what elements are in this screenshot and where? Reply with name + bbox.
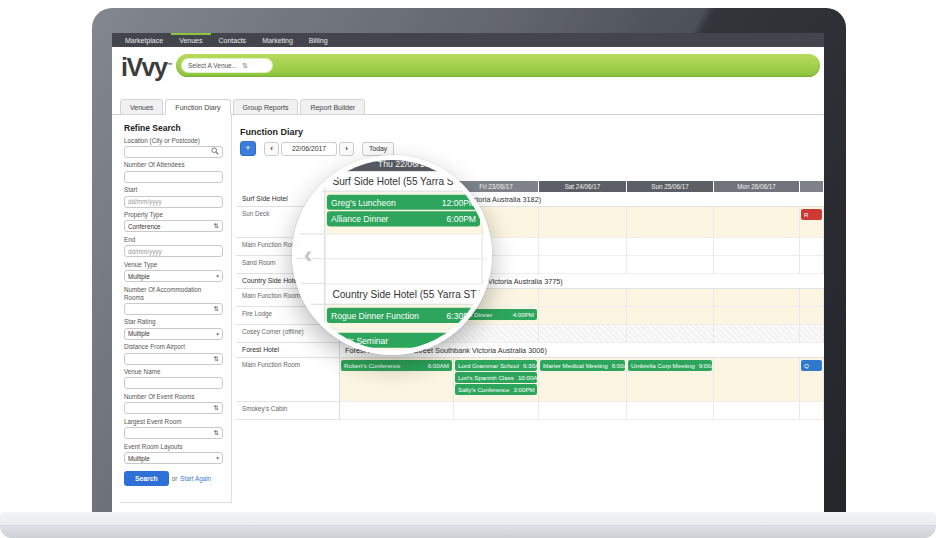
date-field[interactable]: 22/06/2017 — [281, 142, 337, 156]
day-header-3[interactable]: Sun 25/06/17 — [627, 181, 714, 192]
day-cell[interactable] — [714, 289, 800, 307]
day-cell[interactable] — [539, 207, 627, 238]
day-cell[interactable] — [800, 307, 824, 325]
text-input[interactable] — [124, 377, 223, 389]
day-cell[interactable] — [800, 325, 824, 343]
day-cell[interactable] — [539, 238, 627, 256]
day-cell[interactable] — [627, 402, 714, 420]
laptop-mockup: MarketplaceVenuesContactsMarketingBillin… — [0, 0, 936, 538]
field-label: Number Of Event Rooms — [124, 393, 223, 401]
event-pill[interactable]: Q — [801, 360, 822, 371]
day-cell[interactable] — [714, 402, 800, 420]
event-pill[interactable]: Alliance Dinner6:00PM — [327, 211, 480, 226]
day-cell[interactable] — [800, 238, 824, 256]
day-cell[interactable] — [627, 307, 714, 325]
day-cell[interactable]: Umbrella Corp Meeting9:00AM — [627, 358, 714, 402]
day-cell[interactable] — [326, 235, 483, 260]
day-cell[interactable]: Greg's Luncheon12:00PMAlliance Dinner6:0… — [326, 192, 483, 235]
day-cell[interactable]: Marter Medical Meeting6:00AM — [539, 358, 627, 402]
day-cell[interactable]: Lord Grammar School6:30AMLori's Spanish … — [454, 358, 539, 402]
day-cell[interactable] — [627, 289, 714, 307]
event-time: 4:00PM — [513, 311, 534, 318]
laptop-base — [0, 512, 936, 526]
day-cell[interactable] — [800, 402, 824, 420]
tab-function-diary[interactable]: Function Diary — [165, 99, 230, 115]
day-cell[interactable]: Robert's Conference6:00AM — [340, 358, 454, 402]
nav-item-contacts[interactable]: Contacts — [211, 33, 255, 47]
day-cell[interactable] — [714, 358, 800, 402]
day-cell[interactable] — [714, 325, 800, 343]
search-input[interactable] — [124, 146, 223, 158]
day-cell[interactable] — [627, 256, 714, 274]
day-cell[interactable] — [483, 235, 487, 260]
tab-group-reports[interactable]: Group Reports — [233, 99, 299, 115]
chevron-left-icon[interactable]: ‹ — [304, 243, 312, 267]
day-cell[interactable] — [714, 256, 800, 274]
field-value: dd/mm/yyyy — [128, 198, 162, 205]
event-pill[interactable]: Umbrella Corp Meeting9:00AM — [628, 360, 712, 371]
event-pill[interactable]: Lori's Spanish Class10:00AM — [455, 372, 537, 383]
day-cell[interactable] — [454, 325, 539, 343]
day-cell[interactable] — [714, 307, 800, 325]
day-cell[interactable] — [627, 207, 714, 238]
prev-day-button[interactable]: ‹ — [264, 142, 279, 156]
event-title: Sally's Conference — [458, 386, 509, 393]
day-cell[interactable] — [800, 289, 824, 307]
select-input[interactable]: ⇅ — [124, 303, 223, 315]
start-again-link[interactable]: Start Again — [180, 475, 211, 482]
select-input[interactable]: Multiple▾ — [124, 270, 223, 282]
day-cell[interactable]: Q — [800, 358, 824, 402]
day-cell[interactable] — [326, 260, 483, 285]
day-cell[interactable] — [627, 238, 714, 256]
event-pill[interactable]: Robert's Conference6:00AM — [341, 360, 452, 371]
day-cell[interactable] — [454, 402, 539, 420]
select-input[interactable]: Conference⇅ — [124, 220, 223, 232]
event-pill[interactable]: Rogue Dinner Function6:30PM — [327, 308, 480, 323]
tab-report-builder[interactable]: Report Builder — [300, 99, 365, 115]
select-input[interactable]: ⇅ — [124, 353, 223, 365]
day-cell[interactable]: R — [800, 207, 824, 238]
day-cell[interactable] — [714, 238, 800, 256]
select-input[interactable]: ⇅ — [124, 427, 223, 439]
day-cell[interactable] — [340, 402, 454, 420]
today-button[interactable]: Today — [362, 142, 394, 156]
select-input[interactable]: ⇅ — [124, 402, 223, 414]
text-input[interactable] — [124, 171, 223, 183]
day-header-5[interactable] — [800, 181, 824, 192]
day-header-2[interactable]: Sat 24/06/17 — [539, 181, 627, 192]
event-pill[interactable]: Lord Grammar School6:30AM — [455, 360, 537, 371]
nav-item-marketplace[interactable]: Marketplace — [117, 33, 171, 47]
nav-item-billing[interactable]: Billing — [301, 33, 336, 47]
date-nav-group: ‹ 22/06/2017 › — [264, 142, 354, 156]
tab-venues[interactable]: Venues — [120, 99, 163, 115]
day-cell[interactable] — [539, 307, 627, 325]
event-pill[interactable]: R — [801, 209, 822, 220]
day-cell[interactable] — [539, 402, 627, 420]
field-label: Property Type — [124, 211, 223, 219]
day-cell[interactable] — [800, 256, 824, 274]
diary-grid: Thu 22/06/17Fri 23/06/17Sat 24/06/17Sun … — [297, 160, 487, 350]
text-input[interactable]: dd/mm/yyyy — [124, 245, 223, 257]
day-cell[interactable] — [539, 256, 627, 274]
select-stepper-icon: ⇅ — [242, 62, 248, 70]
day-header-4[interactable]: Mon 26/06/17 — [714, 181, 800, 192]
event-pill[interactable]: Marter Medical Meeting6:00AM — [540, 360, 625, 371]
day-cell[interactable] — [714, 207, 800, 238]
day-cell[interactable] — [539, 289, 627, 307]
event-pill[interactable]: Sally's Conference3:00PM — [455, 384, 537, 395]
add-booking-button[interactable]: + — [240, 141, 256, 156]
next-day-button[interactable]: › — [339, 142, 354, 156]
nav-item-venues[interactable]: Venues — [171, 33, 210, 47]
day-cell[interactable] — [627, 325, 714, 343]
select-input[interactable]: Multiple▾ — [124, 452, 223, 464]
event-pill[interactable]: Greg's Luncheon12:00PM — [327, 195, 480, 210]
field-value — [128, 305, 130, 312]
search-button[interactable]: Search — [124, 471, 169, 486]
select-input[interactable]: Multiple▾ — [124, 328, 223, 340]
day-cell[interactable] — [483, 260, 487, 285]
day-cell[interactable]: Rogue Dinner Function6:30PM — [326, 305, 483, 330]
day-cell[interactable] — [539, 325, 627, 343]
nav-item-marketing[interactable]: Marketing — [254, 33, 301, 47]
text-input[interactable]: dd/mm/yyyy — [124, 196, 223, 208]
venue-select[interactable]: Select A Venue... ⇅ — [181, 58, 273, 73]
